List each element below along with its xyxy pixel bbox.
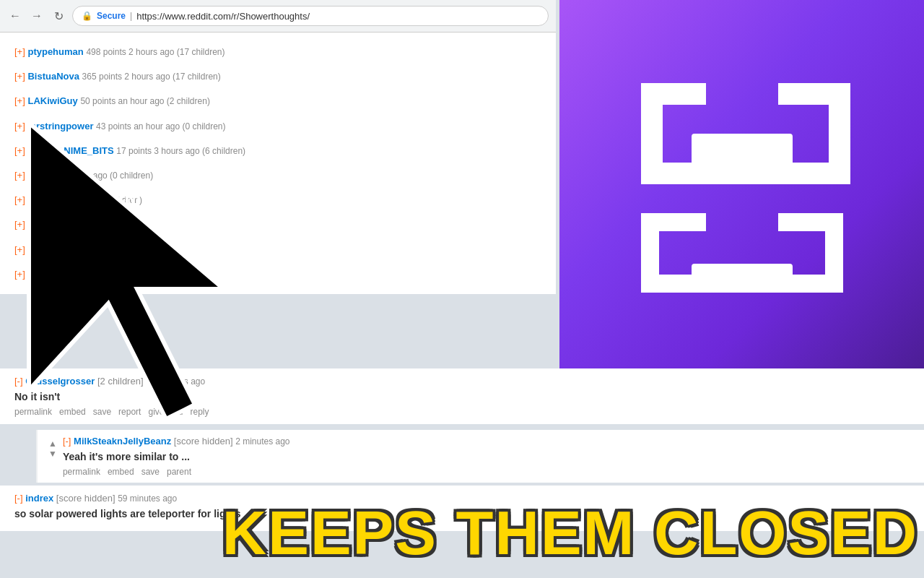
- separator: |: [130, 11, 132, 21]
- comment-row: [+] G ago (1 child): [14, 212, 541, 237]
- indrex-text: so solar powered lights are teleporter f…: [14, 508, 910, 519]
- secure-label: Secure: [97, 11, 126, 21]
- comment-time: 19 minutes ago: [146, 376, 205, 387]
- comment-row: [+] D points an hour ago (0 children): [14, 238, 541, 262]
- comment-row: [+] LAKiwiGuy 50 points an hour ago (2 c…: [14, 89, 541, 113]
- reload-button[interactable]: ↻: [51, 8, 66, 24]
- comment-prefix: [-]: [14, 493, 23, 504]
- comment-score: [2 children]: [97, 376, 144, 387]
- comment-author[interactable]: T: [27, 170, 33, 181]
- comment-author[interactable]: G: [27, 219, 35, 230]
- comment-prefix: [+]: [14, 244, 25, 255]
- child-embed[interactable]: embed: [108, 467, 134, 477]
- comment-prefix: [+]: [14, 219, 25, 230]
- upvote-area[interactable]: ▲▼: [48, 439, 57, 459]
- comment-author[interactable]: P__G_ANIME_BITS: [27, 145, 113, 156]
- reply-link[interactable]: reply: [191, 407, 209, 417]
- comment-meta: 17 points 3 hours ago (6 children): [116, 146, 245, 156]
- comment-author[interactable]: BistuaNova: [27, 71, 79, 82]
- comment-row: [+] mrstringpower 43 points an hour ago …: [14, 114, 541, 139]
- indrex-score: [score hidden]: [56, 493, 116, 504]
- indrex-time: 59 minutes ago: [118, 493, 177, 504]
- comment-author-link[interactable]: Grusselgrosser: [25, 376, 95, 387]
- comment-author[interactable]: LAKiwiGuy: [27, 95, 77, 106]
- comment-meta: 43 points an hour ago (0 children): [96, 121, 225, 131]
- comment-author[interactable]: e: [27, 269, 32, 280]
- comment-prefix: [+]: [14, 269, 25, 280]
- child-comment-header: [-] MilkSteaknJellyBeanz [score hidden] …: [63, 436, 910, 447]
- indrex-author[interactable]: indrex: [25, 493, 53, 504]
- comment-author[interactable]: H: [27, 194, 34, 205]
- comment-prefix: [+]: [14, 170, 25, 181]
- comment-list: [+] ptypehuman 498 points 2 hours ago (1…: [0, 33, 556, 294]
- comment-prefix: [-]: [63, 436, 71, 447]
- back-button[interactable]: ←: [7, 8, 23, 24]
- comment-prefix: [+]: [14, 95, 25, 106]
- url-display: https://www.reddit.com/r/Showerthoughts/: [136, 11, 310, 22]
- embed-link[interactable]: embed: [59, 407, 86, 417]
- bottom-section: [-] Grusselgrosser [2 children] 19 minut…: [0, 368, 924, 578]
- lock-icon: 🔒: [82, 11, 92, 21]
- child-parent[interactable]: parent: [167, 467, 191, 477]
- comment-text: No it isn't: [14, 391, 910, 402]
- comment-meta: points 3 hours ago (0 children): [36, 171, 153, 181]
- browser-bar: ← → ↻ 🔒 Secure | https://www.reddit.com/…: [0, 0, 556, 33]
- child-comment-text: Yeah it's more similar to ...: [63, 451, 910, 462]
- indrex-header: [-] indrex [score hidden] 59 minutes ago: [14, 493, 910, 504]
- comment-header: [-] Grusselgrosser [2 children] 19 minut…: [14, 376, 910, 387]
- comment-row: [+] T points 3 hours ago (0 children): [14, 163, 541, 188]
- child-save[interactable]: save: [141, 467, 160, 477]
- permalink-link[interactable]: permalink: [14, 407, 52, 417]
- comment-row-indrex: [-] indrex [score hidden] 59 minutes ago…: [0, 486, 924, 531]
- comment-meta: 365 points 2 hours ago (17 children): [82, 72, 221, 82]
- comment-prefix: [+]: [14, 121, 25, 131]
- comment-author[interactable]: mrstringpower: [27, 121, 93, 131]
- comment-prefix: [+]: [14, 194, 25, 205]
- child-comment-time: 2 minutes ago: [235, 436, 289, 447]
- comment-row: [+] P__G_ANIME_BITS 17 points 3 hours ag…: [14, 139, 541, 163]
- report-link[interactable]: report: [118, 407, 141, 417]
- comment-row: [+] e 4 points ur ago (3 children): [14, 262, 541, 287]
- logo-container: [605, 47, 879, 322]
- comment-meta: 50 points an hour ago (2 children): [80, 96, 209, 106]
- child-permalink[interactable]: permalink: [63, 467, 100, 477]
- child-comment-1: ▲▼ [-] MilkSteaknJellyBeanz [score hidde…: [36, 430, 924, 483]
- comment-prefix: [+]: [14, 46, 25, 57]
- comment-meta: 4 points ur ago (3 children): [35, 269, 139, 280]
- comment-author[interactable]: D: [27, 244, 34, 255]
- child-comment-actions: permalink embed save parent: [63, 467, 910, 477]
- comment-meta: points an hour ago (0 children): [37, 245, 154, 255]
- expanded-comment: [-] Grusselgrosser [2 children] 19 minut…: [0, 368, 924, 424]
- comment-prefix: [+]: [14, 71, 25, 82]
- save-link[interactable]: save: [93, 407, 111, 417]
- right-panel: [559, 0, 924, 368]
- anime-bits-logo: [612, 54, 872, 314]
- forward-button[interactable]: →: [29, 8, 45, 24]
- comment-prefix: [-]: [14, 376, 23, 387]
- svg-rect-14: [692, 264, 793, 293]
- anime-bits-label: ANIME BItS: [87, 185, 206, 208]
- address-bar[interactable]: 🔒 Secure | https://www.reddit.com/r/Show…: [72, 6, 549, 26]
- comment-row: [+] ptypehuman 498 points 2 hours ago (1…: [14, 40, 541, 64]
- child-comment-score: [score hidden]: [174, 436, 233, 447]
- svg-rect-7: [692, 134, 793, 184]
- comment-actions: permalink embed save report give gold re…: [14, 407, 910, 417]
- child-author-link[interactable]: MilkSteaknJellyBeanz: [74, 436, 171, 447]
- comment-row: [+] BistuaNova 365 points 2 hours ago (1…: [14, 64, 541, 89]
- comment-author[interactable]: ptypehuman: [27, 46, 83, 57]
- comment-meta: ago (1 child): [38, 220, 85, 230]
- give-gold-link[interactable]: give gold: [148, 407, 183, 417]
- comment-prefix: [+]: [14, 145, 25, 156]
- comment-meta: 498 points 2 hours ago (17 children): [86, 47, 225, 57]
